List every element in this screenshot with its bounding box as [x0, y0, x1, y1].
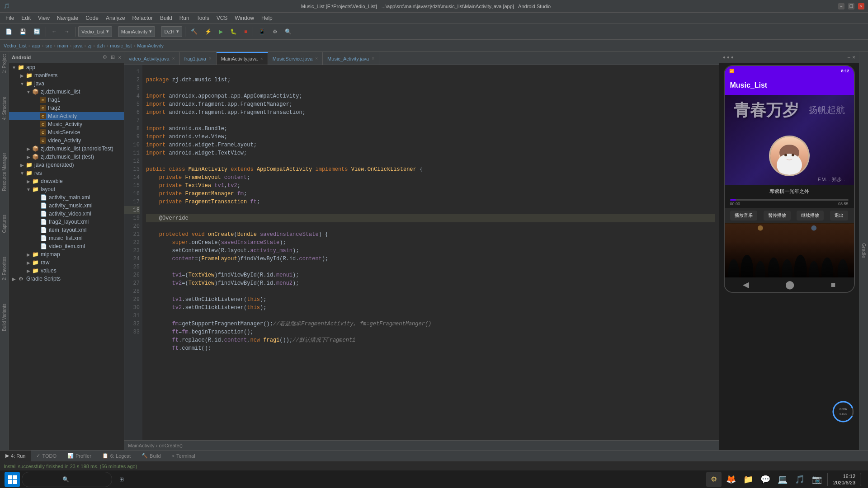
tab-musicservice[interactable]: MusicService.java × [268, 52, 323, 65]
toolbar-search-btn[interactable]: 🔍 [282, 26, 294, 38]
project-dropdown[interactable]: Vedio_List ▾ [78, 26, 112, 37]
toolbar-forward-btn[interactable]: → [61, 26, 72, 38]
menu-analyze[interactable]: Analyze [102, 14, 129, 22]
nav-back-btn[interactable]: ◀ [743, 280, 749, 290]
close-button[interactable]: × [858, 3, 864, 9]
menu-view[interactable]: View [34, 14, 53, 22]
taskbar-app-4[interactable]: 💬 [758, 472, 773, 487]
sidebar-close-icon[interactable]: × [118, 55, 121, 60]
tree-musicservice[interactable]: ▶ C MusicService [9, 128, 124, 136]
tab-logcat[interactable]: 📋 6: Logcat [97, 450, 136, 461]
taskbar-app-5[interactable]: 💻 [775, 472, 790, 487]
preview-close-btn[interactable]: − [847, 54, 850, 61]
minimize-button[interactable]: − [838, 3, 844, 9]
taskbar-app-3[interactable]: 📁 [741, 472, 756, 487]
tree-activity-music[interactable]: ▶ 📄 activity_music.xml [9, 202, 124, 210]
gradle-panel[interactable]: Gradle [859, 52, 868, 450]
exit-button[interactable]: 退出 [830, 211, 848, 221]
tab-close-icon[interactable]: × [172, 56, 175, 61]
breadcrumb-zj[interactable]: zj [88, 43, 91, 48]
sidebar-settings-icon[interactable]: ⚙ [103, 54, 107, 60]
taskbar-app-1[interactable]: ⚙ [706, 472, 722, 487]
toolbar-run-btn[interactable]: ▶ [216, 26, 226, 38]
tab-close-icon[interactable]: × [209, 56, 212, 61]
tree-item-layout[interactable]: ▶ 📄 item_layout.xml [9, 226, 124, 234]
tree-activity-video[interactable]: ▶ 📄 activity_video.xml [9, 210, 124, 218]
tab-music-activity[interactable]: Music_Activity.java × [323, 52, 379, 65]
tree-package-test[interactable]: ▶ 📦 zj.dzh.music_list (test) [9, 153, 124, 161]
toolbar-debug-btn[interactable]: 🐛 [227, 26, 240, 38]
captures-btn[interactable]: Captures [1, 212, 8, 236]
toolbar-make-btn[interactable]: 🔨 [188, 26, 200, 38]
tree-music-activity[interactable]: ▶ C Music_Activity [9, 120, 124, 128]
tree-frag2[interactable]: ▶ C frag2 [9, 104, 124, 112]
continue-button[interactable]: 继续播放 [797, 211, 824, 221]
tree-music-list-xml[interactable]: ▶ 📄 music_list.xml [9, 234, 124, 242]
breadcrumb-music[interactable]: music_list [110, 43, 132, 48]
toolbar-back-btn[interactable]: ← [49, 26, 60, 38]
menu-help[interactable]: Help [258, 14, 276, 22]
tree-raw[interactable]: ▶ 📁 raw [9, 258, 124, 267]
breadcrumb-vedio[interactable]: Vedio_List [4, 43, 27, 48]
preview-maximize-btn[interactable]: × [852, 54, 855, 61]
tab-close-icon[interactable]: × [372, 56, 374, 61]
module-dropdown[interactable]: DZH ▾ [161, 26, 182, 37]
structure-panel-btn[interactable]: 4: Structure [1, 94, 8, 123]
menu-build[interactable]: Build [156, 14, 176, 22]
tab-close-icon[interactable]: × [315, 56, 318, 61]
tab-video-activity[interactable]: video_Activity.java × [124, 52, 180, 65]
taskbar-app-7[interactable]: 📷 [809, 472, 825, 487]
tree-frag1[interactable]: ▶ C frag1 [9, 96, 124, 104]
play-button[interactable]: 播放音乐 [730, 211, 757, 221]
breadcrumb-main[interactable]: main [57, 43, 68, 48]
restore-button[interactable]: ❐ [848, 3, 854, 9]
nav-recent-btn[interactable]: ■ [830, 280, 835, 290]
code-editor[interactable]: package zj.dzh.music_list; import androi… [142, 65, 719, 440]
menu-run[interactable]: Run [176, 14, 193, 22]
menu-window[interactable]: Window [231, 14, 258, 22]
menu-file[interactable]: File [2, 14, 18, 22]
tree-java[interactable]: ▼ 📁 java [9, 80, 124, 88]
breadcrumb-src[interactable]: src [45, 43, 52, 48]
toolbar-stop-btn[interactable]: ■ [241, 26, 250, 38]
tree-mainactivity[interactable]: ▶ C MainActivity [9, 112, 124, 120]
menu-edit[interactable]: Edit [18, 14, 34, 22]
tab-profiler[interactable]: 📊 Profiler [62, 450, 97, 461]
tree-video-item-xml[interactable]: ▶ 📄 video_item.xml [9, 242, 124, 250]
toolbar-sync-btn[interactable]: 🔄 [31, 26, 43, 38]
toolbar-sdk-btn[interactable]: ⚙ [270, 26, 280, 38]
tree-manifests[interactable]: ▶ 📁 manifests [9, 71, 124, 80]
tree-layout[interactable]: ▼ 📁 layout [9, 185, 124, 193]
tree-app[interactable]: ▼ 📁 app [9, 63, 124, 71]
toolbar-save-btn[interactable]: 💾 [17, 26, 29, 38]
breadcrumb-app[interactable]: app [32, 43, 40, 48]
tree-mipmap[interactable]: ▶ 📁 mipmap [9, 250, 124, 258]
taskbar-app-6[interactable]: 🎵 [792, 472, 807, 487]
tree-video-activity[interactable]: ▶ C video_Activity [9, 136, 124, 145]
tree-activity-main[interactable]: ▶ 📄 activity_main.xml [9, 193, 124, 202]
toolbar-build-btn[interactable]: ⚡ [202, 26, 214, 38]
toolbar-new-btn[interactable]: 📄 [3, 26, 15, 38]
project-panel-btn[interactable]: 1: Project [1, 52, 8, 76]
tab-todo[interactable]: ✓ TODO [31, 450, 62, 461]
config-dropdown[interactable]: MainActivity ▾ [118, 26, 156, 37]
sidebar-expand-icon[interactable]: ⊞ [111, 54, 115, 60]
menu-tools[interactable]: Tools [193, 14, 213, 22]
tab-frag1[interactable]: frag1.java × [180, 52, 217, 65]
menu-vcs[interactable]: VCS [213, 14, 231, 22]
pause-button[interactable]: 暂停播放 [764, 211, 791, 221]
tree-java-generated[interactable]: ▶ 📁 java (generated) [9, 161, 124, 169]
favorites-btn[interactable]: 2: Favorites [1, 254, 8, 283]
tab-build[interactable]: 🔨 Build [136, 450, 166, 461]
toolbar-avd-btn[interactable]: 📱 [256, 26, 268, 38]
nav-home-btn[interactable]: ⬤ [785, 280, 794, 290]
taskbar-app-2[interactable]: 🦊 [723, 472, 739, 487]
breadcrumb-mainactivity[interactable]: MainActivity [137, 43, 164, 48]
tab-terminal[interactable]: > Terminal [166, 450, 201, 461]
tree-package-main[interactable]: ▼ 📦 zj.dzh.music_list [9, 88, 124, 96]
start-button[interactable] [5, 472, 20, 487]
progress-track[interactable] [730, 199, 849, 201]
tab-mainactivity[interactable]: MainActivity.java × [217, 52, 268, 65]
tree-package-androidtest[interactable]: ▶ 📦 zj.dzh.music_list (androidTest) [9, 145, 124, 153]
build-variants-btn[interactable]: Build Variants [1, 301, 8, 334]
